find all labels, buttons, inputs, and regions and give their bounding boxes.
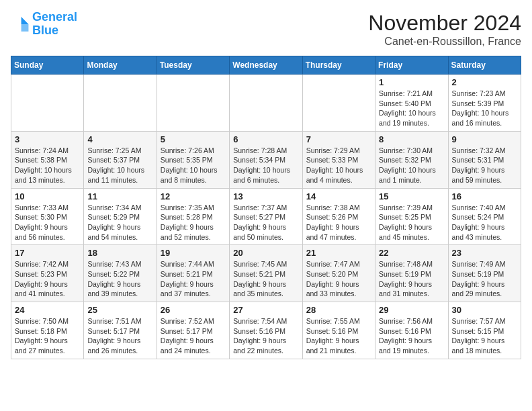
day-number: 2 [452,77,517,87]
calendar-cell [302,75,375,132]
calendar-cell: 18Sunrise: 7:43 AM Sunset: 5:22 PM Dayli… [84,245,157,302]
calendar-cell: 24Sunrise: 7:50 AM Sunset: 5:18 PM Dayli… [11,302,84,359]
weekday-header-thursday: Thursday [302,56,375,75]
day-number: 8 [379,134,444,144]
weekday-header-sunday: Sunday [11,56,84,75]
day-number: 22 [379,248,444,258]
calendar-table: SundayMondayTuesdayWednesdayThursdayFrid… [11,56,521,359]
calendar-cell: 8Sunrise: 7:30 AM Sunset: 5:32 PM Daylig… [375,131,448,188]
calendar-cell: 12Sunrise: 7:35 AM Sunset: 5:28 PM Dayli… [157,188,229,245]
day-info: Sunrise: 7:40 AM Sunset: 5:24 PM Dayligh… [452,203,517,242]
calendar-cell: 3Sunrise: 7:24 AM Sunset: 5:38 PM Daylig… [11,131,84,188]
day-number: 28 [306,305,371,315]
calendar-cell: 22Sunrise: 7:48 AM Sunset: 5:19 PM Dayli… [375,245,448,302]
calendar-cell: 5Sunrise: 7:26 AM Sunset: 5:35 PM Daylig… [157,131,229,188]
day-number: 10 [15,191,80,201]
day-number: 13 [233,191,298,201]
calendar-cell: 26Sunrise: 7:52 AM Sunset: 5:17 PM Dayli… [157,302,229,359]
calendar-cell: 7Sunrise: 7:29 AM Sunset: 5:33 PM Daylig… [302,131,375,188]
day-number: 1 [379,77,444,87]
day-number: 24 [15,305,80,315]
calendar-cell [84,75,157,132]
day-number: 15 [379,191,444,201]
calendar-cell [11,75,84,132]
day-number: 29 [379,305,444,315]
calendar-cell: 9Sunrise: 7:32 AM Sunset: 5:31 PM Daylig… [448,131,521,188]
day-info: Sunrise: 7:26 AM Sunset: 5:35 PM Dayligh… [161,146,226,185]
calendar-body: 1Sunrise: 7:21 AM Sunset: 5:40 PM Daylig… [11,75,521,359]
calendar-header: SundayMondayTuesdayWednesdayThursdayFrid… [11,56,521,75]
day-number: 6 [233,134,298,144]
calendar-cell: 1Sunrise: 7:21 AM Sunset: 5:40 PM Daylig… [375,75,448,132]
calendar-week-1: 1Sunrise: 7:21 AM Sunset: 5:40 PM Daylig… [11,75,521,132]
logo-icon [11,15,30,34]
calendar-cell [230,75,302,132]
day-number: 26 [161,305,226,315]
day-info: Sunrise: 7:32 AM Sunset: 5:31 PM Dayligh… [452,146,517,185]
day-number: 3 [15,134,80,144]
calendar-cell: 16Sunrise: 7:40 AM Sunset: 5:24 PM Dayli… [448,188,521,245]
calendar-cell: 6Sunrise: 7:28 AM Sunset: 5:34 PM Daylig… [230,131,302,188]
day-number: 5 [161,134,226,144]
svg-marker-2 [21,24,29,32]
day-number: 4 [87,134,152,144]
calendar-cell: 13Sunrise: 7:37 AM Sunset: 5:27 PM Dayli… [230,188,302,245]
calendar-week-3: 10Sunrise: 7:33 AM Sunset: 5:30 PM Dayli… [11,188,521,245]
day-number: 25 [87,305,152,315]
day-number: 18 [87,248,152,258]
calendar-cell: 15Sunrise: 7:39 AM Sunset: 5:25 PM Dayli… [375,188,448,245]
calendar-cell: 14Sunrise: 7:38 AM Sunset: 5:26 PM Dayli… [302,188,375,245]
calendar-cell: 25Sunrise: 7:51 AM Sunset: 5:17 PM Dayli… [84,302,157,359]
calendar-cell: 21Sunrise: 7:47 AM Sunset: 5:20 PM Dayli… [302,245,375,302]
day-info: Sunrise: 7:54 AM Sunset: 5:16 PM Dayligh… [233,316,298,356]
day-info: Sunrise: 7:24 AM Sunset: 5:38 PM Dayligh… [15,146,80,185]
title-area: November 2024 Canet-en-Roussillon, Franc… [368,11,521,48]
weekday-header-friday: Friday [375,56,448,75]
day-number: 7 [306,134,371,144]
day-info: Sunrise: 7:50 AM Sunset: 5:18 PM Dayligh… [15,316,80,356]
day-number: 12 [161,191,226,201]
weekday-header-saturday: Saturday [448,56,521,75]
day-info: Sunrise: 7:33 AM Sunset: 5:30 PM Dayligh… [15,203,80,242]
calendar-cell: 23Sunrise: 7:49 AM Sunset: 5:19 PM Dayli… [448,245,521,302]
day-info: Sunrise: 7:34 AM Sunset: 5:29 PM Dayligh… [87,203,152,242]
day-number: 17 [15,248,80,258]
day-info: Sunrise: 7:44 AM Sunset: 5:21 PM Dayligh… [161,259,226,299]
day-info: Sunrise: 7:37 AM Sunset: 5:27 PM Dayligh… [233,203,298,242]
month-title: November 2024 [368,11,521,36]
day-info: Sunrise: 7:21 AM Sunset: 5:40 PM Dayligh… [379,89,444,128]
calendar-cell [157,75,229,132]
day-number: 19 [161,248,226,258]
calendar-week-2: 3Sunrise: 7:24 AM Sunset: 5:38 PM Daylig… [11,131,521,188]
day-info: Sunrise: 7:28 AM Sunset: 5:34 PM Dayligh… [233,146,298,185]
day-info: Sunrise: 7:52 AM Sunset: 5:17 PM Dayligh… [161,316,226,356]
weekday-header-row: SundayMondayTuesdayWednesdayThursdayFrid… [11,56,521,75]
day-number: 20 [233,248,298,258]
location-title: Canet-en-Roussillon, France [368,36,521,48]
day-info: Sunrise: 7:35 AM Sunset: 5:28 PM Dayligh… [161,203,226,242]
calendar-week-5: 24Sunrise: 7:50 AM Sunset: 5:18 PM Dayli… [11,302,521,359]
calendar-cell: 28Sunrise: 7:55 AM Sunset: 5:16 PM Dayli… [302,302,375,359]
day-info: Sunrise: 7:47 AM Sunset: 5:20 PM Dayligh… [306,259,371,299]
day-number: 21 [306,248,371,258]
day-number: 9 [452,134,517,144]
weekday-header-tuesday: Tuesday [157,56,229,75]
logo: General Blue [11,11,77,38]
logo-text: General Blue [32,11,77,38]
day-info: Sunrise: 7:57 AM Sunset: 5:15 PM Dayligh… [452,316,517,356]
day-info: Sunrise: 7:51 AM Sunset: 5:17 PM Dayligh… [87,316,152,356]
day-number: 27 [233,305,298,315]
calendar-cell: 20Sunrise: 7:45 AM Sunset: 5:21 PM Dayli… [230,245,302,302]
calendar-cell: 2Sunrise: 7:23 AM Sunset: 5:39 PM Daylig… [448,75,521,132]
day-info: Sunrise: 7:45 AM Sunset: 5:21 PM Dayligh… [233,259,298,299]
weekday-header-wednesday: Wednesday [230,56,302,75]
calendar-cell: 10Sunrise: 7:33 AM Sunset: 5:30 PM Dayli… [11,188,84,245]
day-number: 23 [452,248,517,258]
calendar-cell: 27Sunrise: 7:54 AM Sunset: 5:16 PM Dayli… [230,302,302,359]
calendar-cell: 19Sunrise: 7:44 AM Sunset: 5:21 PM Dayli… [157,245,229,302]
day-info: Sunrise: 7:48 AM Sunset: 5:19 PM Dayligh… [379,259,444,299]
calendar-week-4: 17Sunrise: 7:42 AM Sunset: 5:23 PM Dayli… [11,245,521,302]
day-info: Sunrise: 7:30 AM Sunset: 5:32 PM Dayligh… [379,146,444,185]
day-number: 14 [306,191,371,201]
day-number: 16 [452,191,517,201]
